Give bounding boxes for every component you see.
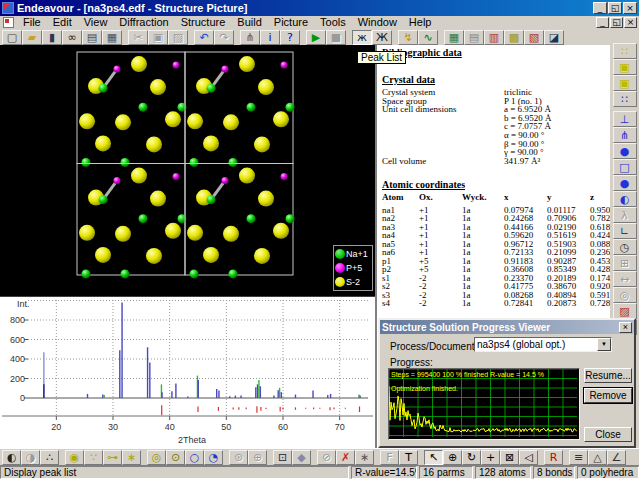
- save-button[interactable]: ▮: [42, 30, 62, 45]
- atom-cluster-button[interactable]: ∵: [84, 450, 103, 465]
- minimize-button[interactable]: _: [593, 2, 607, 14]
- dialog-title-bar[interactable]: Structure Solution Progress Viewer ×: [380, 320, 634, 334]
- translate-blue-button[interactable]: ∷: [613, 91, 637, 107]
- restore-button[interactable]: ◱: [608, 2, 622, 14]
- fill-cell-2-button[interactable]: ▣: [613, 75, 637, 91]
- pan-all-button[interactable]: ⊕: [443, 450, 462, 465]
- diamond-view-button[interactable]: ◆: [292, 450, 311, 465]
- powder-pattern-view[interactable]: 0200400600800203040506070Int.2Theta: [0, 296, 375, 448]
- crystal-data-row: b = 6.9520 Å: [382, 114, 610, 123]
- half-sphere-button[interactable]: ◐: [613, 191, 637, 207]
- skew-icon: ◁: [524, 452, 532, 463]
- context-help-button[interactable]: ?: [280, 30, 300, 45]
- open-folder-button[interactable]: ▰: [22, 30, 42, 45]
- new-document-button[interactable]: ▢: [2, 30, 22, 45]
- ring-partial-icon: ◔: [209, 452, 219, 463]
- ring-yellow-button[interactable]: ◎: [147, 450, 166, 465]
- print-preview-button[interactable]: ▤: [82, 30, 102, 45]
- process-document-combobox[interactable]: na3ps4 (global opt.) ▼: [474, 337, 612, 352]
- fill-cell-button[interactable]: ▣: [613, 59, 637, 75]
- close-button[interactable]: ×: [624, 17, 637, 28]
- find-binoculars-button[interactable]: ∞: [62, 30, 82, 45]
- view-dark-button[interactable]: ◪: [544, 30, 564, 45]
- svg-text:600: 600: [10, 335, 25, 345]
- unit-cell-box-button[interactable]: ⊡: [273, 450, 292, 465]
- document-icon[interactable]: [3, 17, 14, 28]
- minimize-button[interactable]: _: [596, 17, 609, 28]
- orientation-clock-button[interactable]: ◷: [613, 239, 637, 255]
- undo-button[interactable]: ↶: [194, 30, 214, 45]
- translate-atoms-button[interactable]: ∷: [613, 43, 637, 59]
- pan-all-icon: ⊕: [448, 452, 457, 463]
- text-label-button[interactable]: T: [399, 450, 418, 465]
- menu-picture[interactable]: Picture: [268, 16, 314, 29]
- triangle-view-button[interactable]: △: [588, 450, 607, 465]
- crystal-structure-canvas[interactable]: [0, 45, 375, 296]
- tools-wrench-button[interactable]: ⋔: [240, 30, 260, 45]
- translate-button[interactable]: +: [481, 450, 500, 465]
- atom-chain-button[interactable]: ∴: [40, 450, 59, 465]
- atom-bond-button[interactable]: ⊶: [103, 450, 122, 465]
- menu-edit[interactable]: Edit: [47, 16, 78, 29]
- menu-build[interactable]: Build: [231, 16, 267, 29]
- add-atom-button[interactable]: ◉: [65, 450, 84, 465]
- view-text-button[interactable]: ▤: [464, 30, 484, 45]
- progress-chart-button[interactable]: ∿: [418, 30, 438, 45]
- select-arrow-button[interactable]: ↖: [424, 450, 443, 465]
- tripod-axes-button[interactable]: ⊥: [613, 111, 637, 127]
- close-button[interactable]: ×: [623, 2, 637, 14]
- r-value-tool-button[interactable]: R: [544, 450, 563, 465]
- restore-button[interactable]: ◱: [610, 17, 623, 28]
- atom-star-button[interactable]: ∗: [122, 450, 141, 465]
- resume-button[interactable]: Resume...: [584, 368, 632, 383]
- angle-view-button[interactable]: ∠: [607, 450, 626, 465]
- lightning-optimize-button[interactable]: ↯: [398, 30, 418, 45]
- remove-button[interactable]: Remove: [584, 388, 632, 403]
- scale-icon: ⊠: [505, 452, 514, 463]
- menu-view[interactable]: View: [78, 16, 114, 29]
- close-button[interactable]: Close: [584, 427, 632, 442]
- info-button[interactable]: i: [260, 30, 280, 45]
- bond-angle-button[interactable]: ∟: [613, 223, 637, 239]
- show-cell-edges-button[interactable]: □: [613, 159, 637, 175]
- show-polyhedra-button[interactable]: ●: [613, 143, 637, 159]
- run-structure-solution-button[interactable]: ж: [352, 30, 372, 45]
- atom-dark-button[interactable]: ∗: [355, 450, 374, 465]
- redo-icon: ↷: [219, 32, 228, 43]
- show-bonds-button[interactable]: ⋔: [613, 127, 637, 143]
- network-button: ⊛: [229, 450, 248, 465]
- combobox-dropdown-icon[interactable]: ▼: [597, 338, 611, 351]
- print-button[interactable]: ▦: [102, 30, 122, 45]
- atom-pair-2-button: ◑: [21, 450, 40, 465]
- structure-picture-view[interactable]: Na+1P+5S-2: [0, 45, 375, 296]
- menu-file[interactable]: File: [17, 16, 47, 29]
- skew-button[interactable]: ◁: [519, 450, 538, 465]
- menu-tools[interactable]: Tools: [314, 16, 352, 29]
- atom-pair-bw-button[interactable]: ◐: [2, 450, 21, 465]
- dot-atom-button[interactable]: ⊙: [166, 450, 185, 465]
- view-powder-grid-button[interactable]: ▥: [484, 30, 504, 45]
- menu-structure[interactable]: Structure: [175, 16, 232, 29]
- target-view-button: ◎: [613, 287, 637, 303]
- histogram-view-button[interactable]: ≡: [569, 450, 588, 465]
- ring-partial-button[interactable]: ◔: [204, 450, 223, 465]
- legend-label: P+5: [346, 263, 362, 273]
- run-play-button[interactable]: ▶: [306, 30, 326, 45]
- menu-diffraction[interactable]: Diffraction: [113, 16, 174, 29]
- delete-atom-button[interactable]: ✗: [336, 450, 355, 465]
- scale-button[interactable]: ⊠: [500, 450, 519, 465]
- menu-help[interactable]: Help: [403, 16, 438, 29]
- dialog-close-button[interactable]: ×: [619, 322, 632, 333]
- menu-window[interactable]: Window: [352, 16, 403, 29]
- view-data-sheet-button[interactable]: ▦: [444, 30, 464, 45]
- ring-blue-button[interactable]: ○: [185, 450, 204, 465]
- ring-yellow-icon: ◎: [152, 452, 162, 463]
- view-mixed-button[interactable]: ▧: [524, 30, 544, 45]
- picture-export-button[interactable]: ▨: [613, 303, 637, 319]
- run-quick-solution-button[interactable]: Ж: [372, 30, 392, 45]
- show-bonds-icon: ⋔: [620, 130, 629, 141]
- rotate-button[interactable]: ↻: [462, 450, 481, 465]
- space-filling-button[interactable]: ●: [613, 175, 637, 191]
- atom-chain-icon: ∴: [46, 452, 53, 463]
- view-picture-button[interactable]: ▩: [504, 30, 524, 45]
